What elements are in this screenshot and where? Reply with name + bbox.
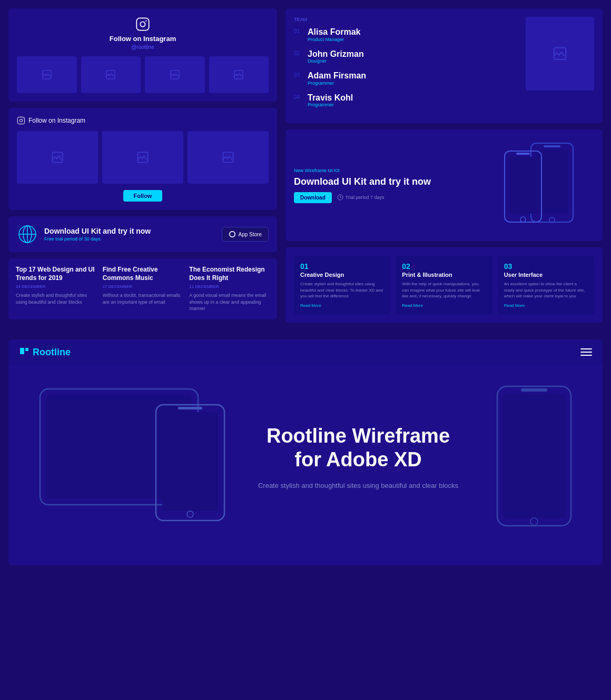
blog-title-2: Find Free Creative Commons Music xyxy=(103,266,183,282)
wireframe-trial: Trial period 7 days xyxy=(337,194,385,201)
instagram-icon xyxy=(135,17,150,32)
rootline-logo: Rootline xyxy=(19,347,71,358)
team-name-4: Travis Kohl xyxy=(308,93,353,103)
svg-point-1 xyxy=(140,22,145,26)
download-uikit-card: Download UI Kit and try it now Free tria… xyxy=(8,216,277,252)
svg-rect-30 xyxy=(25,348,28,351)
wireframe-text: New Wireframe UI Kit Download UI Kit and… xyxy=(294,168,482,203)
service-read-more-3[interactable]: Read More xyxy=(504,303,588,308)
wireframe-title: Download UI Kit and try it now xyxy=(294,176,482,188)
team-name-2: John Grizman xyxy=(308,49,364,59)
instagram-subtitle-1: @rootline xyxy=(17,44,269,50)
team-role-2: Designer xyxy=(308,58,364,64)
service-desc-3: An excellent option to show the client a… xyxy=(504,281,588,299)
download-text: Download UI Kit and try it now Free tria… xyxy=(44,227,215,242)
team-info-1: Alisa Formak Product Manager xyxy=(308,27,360,42)
blog-date-1: 24 December xyxy=(16,284,96,289)
instagram-img-1 xyxy=(17,56,77,93)
hamburger-line-3 xyxy=(580,355,592,356)
blog-item-2: Find Free Creative Commons Music 17 Dece… xyxy=(103,266,183,312)
wireframe-btn-row: Download Trial period 7 days xyxy=(294,192,482,203)
blog-title-1: Top 17 Web Design and UI Trends for 2019 xyxy=(16,266,96,282)
team-info-2: John Grizman Designer xyxy=(308,49,364,64)
team-name-3: Adam Firsman xyxy=(308,71,366,81)
appstore-button[interactable]: App Store xyxy=(222,227,269,242)
hamburger-line-1 xyxy=(580,348,592,349)
team-member-4: 04 Travis Kohl Programmer xyxy=(294,93,519,108)
svg-rect-22 xyxy=(535,149,569,213)
team-info-3: Adam Firsman Programmer xyxy=(308,71,366,86)
service-desc-2: With the help of quick manipulations, yo… xyxy=(402,281,486,299)
service-desc-1: Create stylish and thoughtful sites usin… xyxy=(300,281,384,299)
team-num-3: 03 xyxy=(294,71,302,78)
instagram-grid-2 xyxy=(17,131,269,184)
blog-title-3: The Economist Redesign Does It Right xyxy=(189,266,270,282)
service-item-3: 03 User Interface An excellent option to… xyxy=(498,256,594,314)
svg-point-8 xyxy=(19,119,22,122)
service-item-2: 02 Print & Illustration With the help of… xyxy=(396,256,492,314)
download-subtitle: Free trial period of 30 days xyxy=(44,236,215,242)
service-read-more-1[interactable]: Read More xyxy=(300,303,384,308)
left-column: Follow on Instagram @rootline xyxy=(8,8,277,323)
svg-rect-23 xyxy=(544,145,560,147)
blog-date-2: 17 December xyxy=(103,284,183,289)
team-member-2: 02 John Grizman Designer xyxy=(294,49,519,64)
instagram-img-3 xyxy=(145,56,205,93)
team-num-2: 02 xyxy=(294,49,302,56)
team-info-4: Travis Kohl Programmer xyxy=(308,93,353,108)
service-read-more-2[interactable]: Read More xyxy=(402,303,486,308)
blog-row: Top 17 Web Design and UI Trends for 2019… xyxy=(8,258,277,319)
svg-rect-27 xyxy=(516,153,530,155)
wireframe-phones xyxy=(489,138,594,233)
rootline-card: Rootline xyxy=(8,339,603,565)
instagram-img-4 xyxy=(209,56,269,93)
appstore-label: App Store xyxy=(239,232,262,237)
svg-rect-35 xyxy=(162,412,218,511)
svg-rect-36 xyxy=(178,407,202,409)
instagram-grid-1 xyxy=(17,56,269,93)
rootline-main-title: Rootline Wireframe for Adobe XD xyxy=(251,424,466,472)
svg-rect-39 xyxy=(502,394,566,518)
svg-point-41 xyxy=(530,518,538,525)
svg-rect-26 xyxy=(509,157,537,214)
service-num-3: 03 xyxy=(504,262,588,271)
bottom-section: Rootline xyxy=(0,331,611,574)
instagram-card-2: Follow on Instagram Follow xyxy=(8,108,277,210)
instagram-img-c xyxy=(188,131,269,184)
rootline-description: Create stylish and thoughtful sites usin… xyxy=(251,481,466,491)
team-image-placeholder xyxy=(526,17,594,115)
right-column: Team 01 Alisa Formak Product Manager 02 … xyxy=(285,8,603,323)
blog-excerpt-3: A good visual email means the email show… xyxy=(189,292,270,312)
follow-button[interactable]: Follow xyxy=(123,190,163,202)
team-name-1: Alisa Formak xyxy=(308,27,360,37)
blog-item-3: The Economist Redesign Does It Right 11 … xyxy=(189,266,270,312)
hamburger-line-2 xyxy=(580,352,592,353)
instagram-card-1: Follow on Instagram @rootline xyxy=(8,8,277,102)
instagram-img-2 xyxy=(81,56,141,93)
logo-prefix: R xyxy=(33,347,40,357)
svg-point-9 xyxy=(23,118,23,119)
svg-point-2 xyxy=(145,20,146,21)
team-num-4: 04 xyxy=(294,93,302,100)
blog-date-3: 11 December xyxy=(189,284,270,289)
svg-point-28 xyxy=(520,217,526,222)
instagram-header-text-2: Follow on Instagram xyxy=(28,117,85,124)
rootline-hero-text: Rootline Wireframe for Adobe XD Create s… xyxy=(251,365,466,549)
svg-point-37 xyxy=(187,511,193,517)
hamburger-menu[interactable] xyxy=(580,348,592,356)
wireframe-download-card: New Wireframe UI Kit Download UI Kit and… xyxy=(285,129,603,241)
team-label: Team xyxy=(294,17,519,22)
wireframe-download-button[interactable]: Download xyxy=(294,192,332,203)
team-num-1: 01 xyxy=(294,27,302,34)
team-card: Team 01 Alisa Formak Product Manager 02 … xyxy=(285,8,603,123)
instagram-header-2: Follow on Instagram xyxy=(17,116,269,125)
instagram-img-a xyxy=(17,131,98,184)
team-role-4: Programmer xyxy=(308,102,353,107)
rootline-phone-mockup xyxy=(476,365,592,549)
instagram-title-1: Follow on Instagram xyxy=(17,35,269,43)
instagram-img-b xyxy=(102,131,183,184)
svg-rect-40 xyxy=(521,388,547,392)
team-list: Team 01 Alisa Formak Product Manager 02 … xyxy=(294,17,519,115)
svg-rect-7 xyxy=(17,117,24,124)
service-title-2: Print & Illustration xyxy=(402,272,486,278)
